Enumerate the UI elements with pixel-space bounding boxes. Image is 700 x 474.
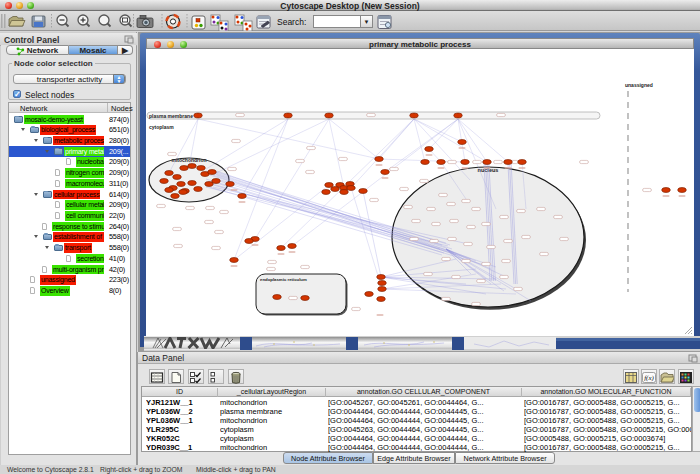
svg-text:f(x): f(x)	[644, 374, 654, 382]
svg-text:cytoplasm: cytoplasm	[149, 124, 174, 130]
svg-text:plasma membrane: plasma membrane	[149, 113, 193, 119]
svg-text:endoplasmic reticulum: endoplasmic reticulum	[260, 277, 307, 282]
svg-text:unassigned: unassigned	[625, 82, 653, 88]
